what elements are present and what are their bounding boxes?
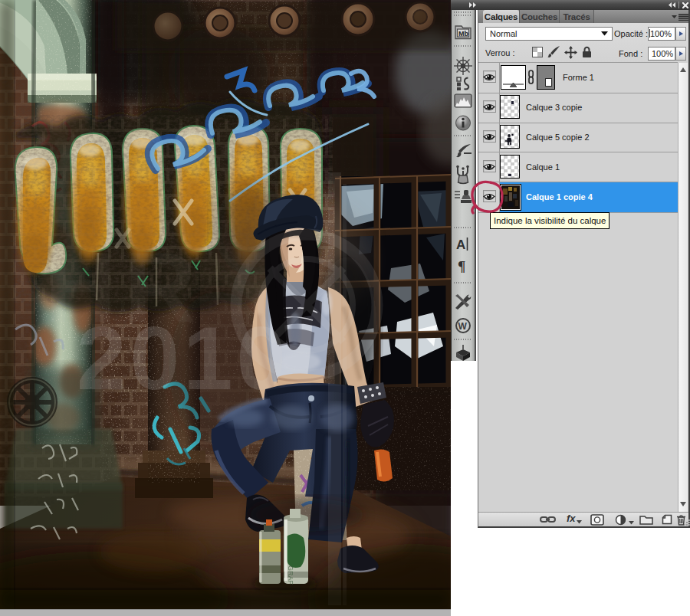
svg-text:A: A [456, 238, 465, 252]
svg-text:W: W [458, 321, 468, 332]
svg-text:HR: HR [44, 231, 204, 343]
svg-text:GRAF: GRAF [287, 565, 294, 585]
svg-text:¶: ¶ [458, 258, 465, 274]
svg-text:Mb: Mb [458, 30, 468, 38]
